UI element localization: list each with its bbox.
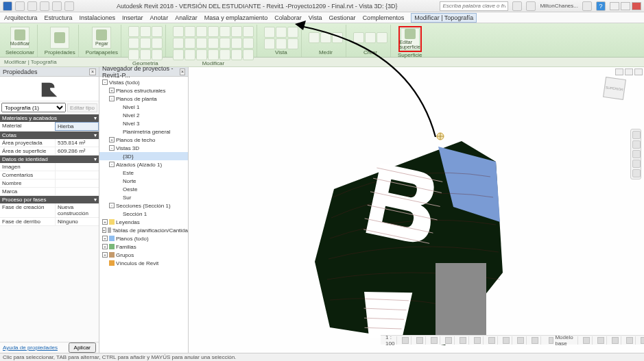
lock-view-icon[interactable] <box>503 337 510 344</box>
property-section-header[interactable]: Materiales y acabados▾ <box>0 114 99 122</box>
tree-toggle-icon[interactable]: + <box>102 252 108 258</box>
signin-key-icon[interactable] <box>526 1 536 11</box>
property-row[interactable]: Área proyectada535.814 m² <box>0 139 99 147</box>
tree-toggle-icon[interactable]: + <box>109 88 115 93</box>
infocenter-app-exchange-icon[interactable] <box>582 1 592 11</box>
select-links-icon[interactable] <box>597 337 604 344</box>
tree-node[interactable]: Nivel 1 <box>99 103 188 111</box>
user-name-label[interactable]: MiltonChanes... <box>540 3 578 9</box>
type-selector[interactable]: Topografía (1) <box>1 103 66 112</box>
qat-undo-icon[interactable] <box>40 1 49 11</box>
viewcube-face-label[interactable]: SUPERIOR <box>603 77 626 100</box>
ribbon-button[interactable]: Pegar <box>92 27 111 49</box>
design-options-icon[interactable] <box>583 337 590 344</box>
properties-close-button[interactable]: × <box>89 69 96 75</box>
menu-tab[interactable]: Modificar | Topografía <box>411 13 477 23</box>
tree-node[interactable]: Sección 1 <box>99 210 188 218</box>
ribbon-small-button[interactable] <box>208 49 219 60</box>
tree-toggle-icon[interactable]: - <box>109 96 115 101</box>
ribbon-small-button[interactable] <box>152 26 163 37</box>
ribbon-small-button[interactable] <box>219 38 230 49</box>
ribbon-small-button[interactable] <box>173 49 184 60</box>
property-section-header[interactable]: Proceso por fases▾ <box>0 196 99 203</box>
app-menu-icon[interactable] <box>3 1 12 11</box>
ribbon-button[interactable]: Editar superficie <box>401 28 420 50</box>
ribbon-small-button[interactable] <box>287 38 298 49</box>
expand-icon[interactable]: ▾ <box>94 197 97 203</box>
expand-icon[interactable]: ▾ <box>94 115 97 121</box>
tree-node[interactable]: Oeste <box>99 185 188 193</box>
tree-node[interactable]: Planimetría general <box>99 127 188 136</box>
tree-node[interactable]: +Leyendas <box>99 218 188 226</box>
property-value[interactable]: 535.814 m² <box>55 139 99 147</box>
property-value[interactable] <box>55 179 99 187</box>
property-value[interactable]: Nueva construcción <box>55 203 99 217</box>
ribbon-small-button[interactable] <box>128 49 139 60</box>
infocenter-search-icon[interactable] <box>512 1 522 11</box>
tree-node[interactable]: -Planos de planta <box>99 95 188 103</box>
ribbon-small-button[interactable] <box>264 27 275 38</box>
navbar-wheel-icon[interactable] <box>632 131 641 139</box>
menu-tab[interactable]: Instalaciones <box>80 14 116 21</box>
ribbon-small-button[interactable] <box>196 26 207 37</box>
property-value[interactable] <box>55 188 99 195</box>
navbar-zoom-icon[interactable] <box>632 150 641 158</box>
navbar-orbit-icon[interactable] <box>632 160 641 168</box>
tree-node[interactable]: +Grupos <box>99 251 188 259</box>
ribbon-small-button[interactable] <box>128 38 139 49</box>
property-value[interactable]: Hierba <box>55 122 99 131</box>
tree-toggle-icon[interactable]: + <box>109 137 115 142</box>
menu-tab[interactable]: Masa y emplazamiento <box>204 14 268 21</box>
ribbon-small-button[interactable] <box>243 38 254 49</box>
property-section-header[interactable]: Cotas▾ <box>0 132 99 139</box>
select-by-face-icon[interactable] <box>641 337 644 344</box>
viewcube[interactable]: SUPERIOR <box>599 74 630 105</box>
help-icon[interactable]: ? <box>596 1 606 11</box>
menu-tab[interactable]: Colaborar <box>274 14 302 21</box>
ribbon-small-button[interactable] <box>309 32 320 43</box>
ribbon-small-button[interactable] <box>320 32 331 43</box>
ribbon-small-button[interactable] <box>264 38 275 49</box>
ribbon-small-button[interactable] <box>184 38 195 49</box>
tree-node[interactable]: Vínculos de Revit <box>99 259 188 267</box>
menu-tab[interactable]: Vista <box>309 14 322 21</box>
property-row[interactable]: Fase de creaciónNueva construcción <box>0 203 99 218</box>
property-row[interactable]: Comentarios <box>0 171 99 179</box>
tree-node[interactable]: {3D} <box>99 152 188 160</box>
ribbon-small-button[interactable] <box>219 49 230 60</box>
properties-apply-button[interactable]: Aplicar <box>69 343 96 353</box>
edit-surface-button[interactable]: Editar superficie <box>398 26 422 52</box>
ribbon-small-button[interactable] <box>231 38 242 49</box>
tree-node[interactable]: Norte <box>99 177 188 185</box>
ribbon-small-button[interactable] <box>287 27 298 38</box>
browser-close-button[interactable]: × <box>180 69 185 75</box>
ribbon-small-button[interactable] <box>231 26 242 37</box>
ribbon-small-button[interactable] <box>219 26 230 37</box>
tree-node[interactable]: -Vistas (todo) <box>99 78 188 86</box>
tree-node[interactable]: Nivel 2 <box>99 111 188 119</box>
menu-tab[interactable]: Arquitectura <box>4 14 38 21</box>
property-value[interactable]: 609.286 m² <box>55 147 99 155</box>
property-row[interactable]: MaterialHierba <box>0 122 99 132</box>
ribbon-small-button[interactable] <box>332 32 343 43</box>
ribbon-small-button[interactable] <box>208 38 219 49</box>
ribbon-small-button[interactable] <box>152 49 163 60</box>
tree-toggle-icon[interactable]: + <box>102 227 106 233</box>
ribbon-small-button[interactable] <box>208 26 219 37</box>
detail-level-icon[interactable] <box>402 337 409 344</box>
crop-region-icon[interactable] <box>488 337 495 344</box>
ribbon-small-button[interactable] <box>276 27 287 38</box>
ribbon-small-button[interactable] <box>196 38 207 49</box>
qat-open-icon[interactable] <box>15 1 25 11</box>
window-restore-button[interactable] <box>621 2 630 10</box>
tree-toggle-icon[interactable]: - <box>102 79 108 85</box>
tree-node[interactable]: Este <box>99 169 188 177</box>
tree-toggle-icon[interactable]: - <box>109 203 115 208</box>
ribbon-small-button[interactable] <box>152 38 163 49</box>
tree-toggle-icon[interactable]: + <box>102 244 108 249</box>
rendering-icon[interactable] <box>460 337 466 344</box>
ribbon-small-button[interactable] <box>128 26 139 37</box>
expand-icon[interactable]: ▾ <box>94 132 97 138</box>
edit-type-button[interactable]: Editar tipo <box>67 103 97 112</box>
infocenter-search-input[interactable] <box>440 1 508 11</box>
